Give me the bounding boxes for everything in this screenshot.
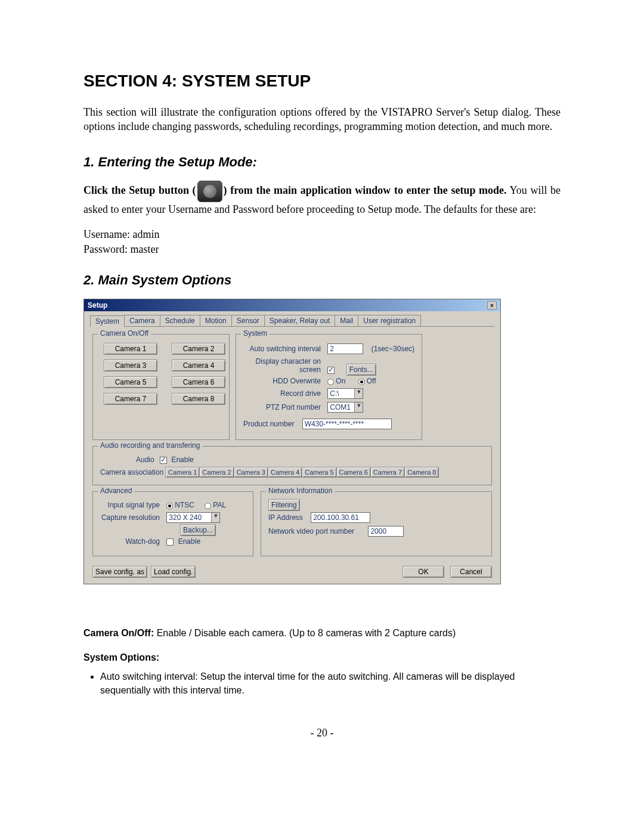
save-config-button[interactable]: Save config. as xyxy=(92,566,147,578)
password-line: Password: master xyxy=(83,242,561,257)
assoc-label: Camera association xyxy=(100,468,163,476)
assoc-cam-5[interactable]: Camera 5 xyxy=(302,467,336,478)
assoc-cam-8[interactable]: Camera 8 xyxy=(404,467,439,478)
tab-camera[interactable]: Camera xyxy=(124,315,160,326)
fieldset-audio: Audio recording and transfering Audio En… xyxy=(92,446,492,485)
tab-motion[interactable]: Motion xyxy=(200,315,232,326)
fieldset-network: Network Information Filtering IP Address… xyxy=(261,491,492,556)
tab-sensor[interactable]: Sensor xyxy=(231,315,265,326)
camera-3-button[interactable]: Camera 3 xyxy=(104,360,157,371)
audio-enable-label: Enable xyxy=(171,456,193,464)
legend-system: System xyxy=(241,329,270,337)
section-title: SECTION 4: SYSTEM SETUP xyxy=(83,72,561,91)
fieldset-system: System Auto switching interval 2 (1sec~3… xyxy=(236,334,422,440)
recdrive-select[interactable]: C:\▼ xyxy=(327,388,363,399)
assoc-cam-7[interactable]: Camera 7 xyxy=(370,467,405,478)
intro-text: This section will illustrate the configu… xyxy=(83,105,561,134)
camera-8-button[interactable]: Camera 8 xyxy=(172,393,225,405)
ptz-label: PTZ Port number xyxy=(243,403,321,411)
tabs-row: System Camera Schedule Motion Sensor Spe… xyxy=(84,311,500,326)
setup-para-a: Click the Setup button ( xyxy=(83,184,196,196)
camera-4-button[interactable]: Camera 4 xyxy=(172,360,225,371)
fieldset-camera-onoff: Camera On/Off Camera 1 Camera 2 Camera 3… xyxy=(92,334,230,440)
legend-cam: Camera On/Off xyxy=(98,329,151,337)
camera-2-button[interactable]: Camera 2 xyxy=(172,343,225,355)
camera-1-button[interactable]: Camera 1 xyxy=(104,343,157,355)
hdd-on-label: On xyxy=(336,377,345,385)
load-config-button[interactable]: Load config. xyxy=(151,566,196,578)
port-label: Network video port number xyxy=(268,527,354,535)
assoc-cam-2[interactable]: Camera 2 xyxy=(199,467,234,478)
product-field[interactable]: W430-****-****-**** xyxy=(302,419,392,429)
dialog-title: Setup xyxy=(88,301,107,309)
ntsc-radio[interactable] xyxy=(166,503,173,509)
ok-button[interactable]: OK xyxy=(402,566,444,578)
camera-7-button[interactable]: Camera 7 xyxy=(104,393,157,405)
camera-5-button[interactable]: Camera 5 xyxy=(104,376,157,388)
legend-network: Network Information xyxy=(266,487,335,495)
pal-label: PAL xyxy=(213,501,226,509)
hdd-off-label: Off xyxy=(367,377,376,385)
hdd-label: HDD Overwrite xyxy=(243,377,321,385)
dispchar-checkbox[interactable] xyxy=(327,367,335,374)
assoc-cam-3[interactable]: Camera 3 xyxy=(234,467,268,478)
watchdog-enable-label: Enable xyxy=(178,537,200,546)
sysopt-label: System Options: xyxy=(83,652,159,662)
autoswitch-input[interactable]: 2 xyxy=(327,343,363,354)
backup-button[interactable]: Backup... xyxy=(180,524,216,536)
product-label: Product number xyxy=(243,420,294,428)
audio-enable-checkbox[interactable] xyxy=(160,457,167,464)
tab-userreg[interactable]: User registration xyxy=(358,315,421,326)
pal-radio[interactable] xyxy=(205,503,211,509)
ip-label: IP Address xyxy=(268,513,303,522)
fonts-button[interactable]: Fonts... xyxy=(346,364,376,376)
ptz-select[interactable]: COM1▼ xyxy=(327,402,363,413)
tab-speaker[interactable]: Speaker, Relay out xyxy=(264,315,335,326)
tab-mail[interactable]: Mail xyxy=(335,315,358,326)
audio-label: Audio xyxy=(136,456,154,464)
dispchar-label: Display character on screen xyxy=(243,357,321,374)
bullet-autoswitch: Auto switching interval: Setup the inter… xyxy=(100,670,561,697)
watchdog-label: Watch-dog xyxy=(100,537,160,546)
legend-audio: Audio recording and transfering xyxy=(98,441,202,450)
assoc-cam-6[interactable]: Camera 6 xyxy=(336,467,371,478)
ntsc-label: NTSC xyxy=(175,501,194,509)
setup-para-b: ) from the main application window to en… xyxy=(224,184,507,196)
setup-paragraph: Click the Setup button () from the main … xyxy=(83,181,561,216)
camera-6-button[interactable]: Camera 6 xyxy=(172,376,225,388)
tab-schedule[interactable]: Schedule xyxy=(160,315,200,326)
autoswitch-label: Auto switching interval xyxy=(243,345,321,353)
sig-label: Input signal type xyxy=(100,501,160,509)
tab-system[interactable]: System xyxy=(90,315,125,327)
recdrive-label: Record drive xyxy=(243,389,321,398)
close-icon[interactable]: × xyxy=(487,301,497,309)
hdd-on-radio[interactable] xyxy=(327,379,334,385)
filtering-button[interactable]: Filtering xyxy=(268,499,300,511)
autoswitch-hint: (1sec~30sec) xyxy=(371,345,414,353)
assoc-cam-4[interactable]: Camera 4 xyxy=(268,467,302,478)
cam-desc-text: Enable / Disable each camera. (Up to 8 c… xyxy=(154,628,456,638)
watchdog-checkbox[interactable] xyxy=(166,538,174,546)
subheading-1: 1. Entering the Setup Mode: xyxy=(83,154,561,170)
hdd-off-radio[interactable] xyxy=(358,379,365,385)
username-line: Username: admin xyxy=(83,227,561,242)
setup-dialog: Setup × System Camera Schedule Motion Se… xyxy=(83,299,501,584)
cam-desc-label: Camera On/Off: xyxy=(83,628,154,638)
legend-advanced: Advanced xyxy=(98,487,134,495)
subheading-2: 2. Main System Options xyxy=(83,272,561,288)
port-field[interactable]: 2000 xyxy=(368,526,404,537)
cap-label: Capture resolution xyxy=(100,513,160,522)
assoc-cam-1[interactable]: Camera 1 xyxy=(165,467,200,478)
cap-select[interactable]: 320 X 240▼ xyxy=(166,512,220,523)
ip-field: 200.100.30.61 xyxy=(311,512,370,523)
cancel-button[interactable]: Cancel xyxy=(450,566,492,578)
setup-button-icon xyxy=(197,181,222,202)
page-number: - 20 - xyxy=(83,727,561,739)
fieldset-advanced: Advanced Input signal type NTSC PAL Capt… xyxy=(92,491,253,556)
